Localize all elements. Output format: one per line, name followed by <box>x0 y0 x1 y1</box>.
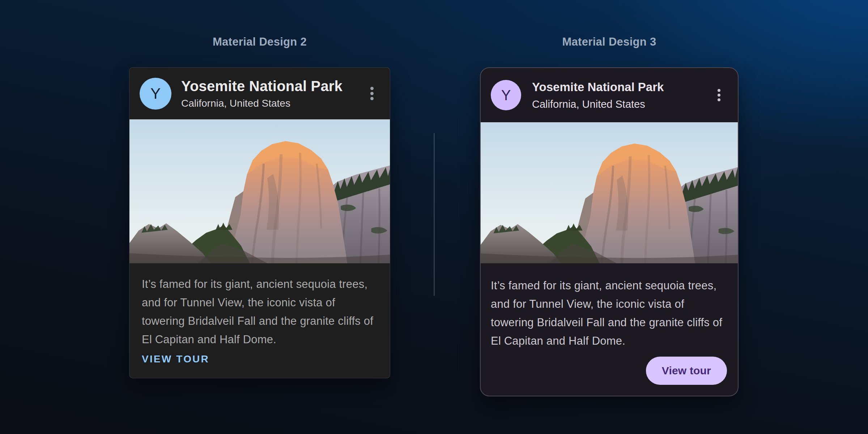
card-menu-button[interactable] <box>709 82 729 108</box>
md3-card: Y Yosemite National Park California, Uni… <box>480 67 739 396</box>
card-description: It’s famed for its giant, ancient sequoi… <box>491 276 728 350</box>
md2-card-body: It’s famed for its giant, ancient sequoi… <box>129 263 390 349</box>
half-dome-photo <box>481 122 738 263</box>
view-tour-button[interactable]: VIEW TOUR <box>142 353 209 365</box>
md2-card-footer: VIEW TOUR <box>129 353 390 378</box>
md2-column-label: Material Design 2 <box>129 35 390 48</box>
kebab-menu-icon <box>370 85 374 102</box>
md2-header-text: Yosemite National Park California, Unite… <box>181 78 362 109</box>
kebab-menu-icon <box>718 87 720 103</box>
half-dome-photo <box>129 119 390 263</box>
card-title: Yosemite National Park <box>532 80 709 94</box>
view-tour-button[interactable]: View tour <box>646 357 727 385</box>
card-description: It’s famed for its giant, ancient sequoi… <box>142 275 378 349</box>
md3-header-text: Yosemite National Park California, Unite… <box>532 80 709 110</box>
card-subtitle: California, United States <box>181 98 362 109</box>
avatar: Y <box>140 78 171 110</box>
md2-card-header: Y Yosemite National Park California, Uni… <box>129 68 390 119</box>
md2-card: Y Yosemite National Park California, Uni… <box>129 67 390 378</box>
divider <box>434 133 435 296</box>
card-title: Yosemite National Park <box>181 78 362 94</box>
md3-card-body: It’s famed for its giant, ancient sequoi… <box>481 263 738 350</box>
avatar: Y <box>491 80 521 110</box>
md3-card-header: Y Yosemite National Park California, Uni… <box>481 68 738 122</box>
md3-card-footer: View tour <box>481 357 738 396</box>
card-menu-button[interactable] <box>362 81 382 107</box>
card-subtitle: California, United States <box>532 98 709 110</box>
md3-column-label: Material Design 3 <box>480 35 739 48</box>
